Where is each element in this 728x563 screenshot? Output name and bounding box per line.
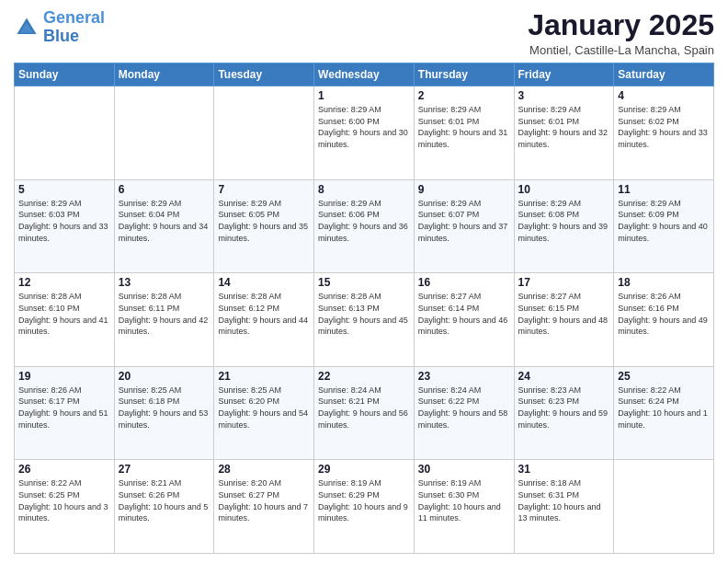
calendar-day-cell: 14Sunrise: 8:28 AM Sunset: 6:12 PM Dayli…	[214, 273, 314, 367]
calendar-day-cell: 13Sunrise: 8:28 AM Sunset: 6:11 PM Dayli…	[114, 273, 214, 367]
day-number: 20	[119, 370, 210, 383]
day-info: Sunrise: 8:29 AM Sunset: 6:01 PM Dayligh…	[518, 104, 610, 150]
day-number: 19	[18, 370, 110, 383]
day-number: 31	[518, 463, 610, 476]
day-number: 7	[218, 183, 310, 196]
calendar-week-row: 26Sunrise: 8:22 AM Sunset: 6:25 PM Dayli…	[15, 460, 714, 554]
day-number: 25	[618, 370, 710, 383]
calendar-day-cell: 31Sunrise: 8:18 AM Sunset: 6:31 PM Dayli…	[514, 460, 614, 554]
calendar-day-cell	[214, 86, 314, 180]
day-number: 12	[18, 276, 110, 289]
day-number: 3	[518, 89, 610, 102]
day-info: Sunrise: 8:28 AM Sunset: 6:10 PM Dayligh…	[18, 291, 110, 337]
calendar-day-cell: 23Sunrise: 8:24 AM Sunset: 6:22 PM Dayli…	[414, 366, 514, 460]
day-info: Sunrise: 8:29 AM Sunset: 6:03 PM Dayligh…	[18, 198, 110, 244]
day-info: Sunrise: 8:29 AM Sunset: 6:05 PM Dayligh…	[218, 198, 310, 244]
calendar-day-cell: 4Sunrise: 8:29 AM Sunset: 6:02 PM Daylig…	[614, 86, 714, 180]
day-info: Sunrise: 8:25 AM Sunset: 6:20 PM Dayligh…	[218, 385, 310, 431]
calendar-day-cell: 16Sunrise: 8:27 AM Sunset: 6:14 PM Dayli…	[414, 273, 514, 367]
day-info: Sunrise: 8:28 AM Sunset: 6:11 PM Dayligh…	[119, 291, 210, 337]
calendar-day-cell: 30Sunrise: 8:19 AM Sunset: 6:30 PM Dayli…	[414, 460, 514, 554]
day-info: Sunrise: 8:24 AM Sunset: 6:21 PM Dayligh…	[318, 385, 410, 431]
day-info: Sunrise: 8:19 AM Sunset: 6:29 PM Dayligh…	[318, 477, 410, 523]
day-info: Sunrise: 8:29 AM Sunset: 6:00 PM Dayligh…	[318, 104, 410, 150]
calendar-day-cell: 8Sunrise: 8:29 AM Sunset: 6:06 PM Daylig…	[314, 179, 415, 273]
calendar-day-cell	[114, 86, 214, 180]
day-number: 18	[618, 276, 710, 289]
day-info: Sunrise: 8:29 AM Sunset: 6:02 PM Dayligh…	[618, 104, 710, 150]
day-number: 11	[618, 183, 710, 196]
calendar-week-row: 19Sunrise: 8:26 AM Sunset: 6:17 PM Dayli…	[15, 366, 714, 460]
day-info: Sunrise: 8:28 AM Sunset: 6:12 PM Dayligh…	[218, 291, 310, 337]
calendar-day-cell	[614, 460, 714, 554]
day-number: 2	[418, 89, 510, 102]
day-number: 15	[318, 276, 410, 289]
calendar-day-cell: 2Sunrise: 8:29 AM Sunset: 6:01 PM Daylig…	[414, 86, 514, 180]
logo: General Blue	[14, 9, 105, 46]
day-number: 26	[18, 463, 110, 476]
day-info: Sunrise: 8:29 AM Sunset: 6:09 PM Dayligh…	[618, 198, 710, 244]
day-number: 10	[518, 183, 610, 196]
day-of-week-header: Thursday	[414, 63, 514, 86]
day-info: Sunrise: 8:26 AM Sunset: 6:16 PM Dayligh…	[618, 291, 710, 337]
calendar-day-cell: 18Sunrise: 8:26 AM Sunset: 6:16 PM Dayli…	[614, 273, 714, 367]
calendar-day-cell: 11Sunrise: 8:29 AM Sunset: 6:09 PM Dayli…	[614, 179, 714, 273]
calendar-day-cell: 9Sunrise: 8:29 AM Sunset: 6:07 PM Daylig…	[414, 179, 514, 273]
calendar-week-row: 5Sunrise: 8:29 AM Sunset: 6:03 PM Daylig…	[15, 179, 714, 273]
day-info: Sunrise: 8:22 AM Sunset: 6:25 PM Dayligh…	[18, 477, 110, 523]
day-number: 4	[618, 89, 710, 102]
day-info: Sunrise: 8:29 AM Sunset: 6:04 PM Dayligh…	[119, 198, 210, 244]
day-number: 17	[518, 276, 610, 289]
calendar-week-row: 12Sunrise: 8:28 AM Sunset: 6:10 PM Dayli…	[15, 273, 714, 367]
calendar-day-cell: 17Sunrise: 8:27 AM Sunset: 6:15 PM Dayli…	[514, 273, 614, 367]
day-info: Sunrise: 8:27 AM Sunset: 6:15 PM Dayligh…	[518, 291, 610, 337]
day-of-week-header: Wednesday	[314, 63, 415, 86]
day-number: 8	[318, 183, 410, 196]
day-number: 28	[218, 463, 310, 476]
calendar-day-cell: 12Sunrise: 8:28 AM Sunset: 6:10 PM Dayli…	[15, 273, 115, 367]
logo-general: General	[43, 8, 105, 27]
day-number: 29	[318, 463, 410, 476]
calendar-table: SundayMondayTuesdayWednesdayThursdayFrid…	[14, 63, 714, 554]
calendar-day-cell: 24Sunrise: 8:23 AM Sunset: 6:23 PM Dayli…	[514, 366, 614, 460]
day-info: Sunrise: 8:21 AM Sunset: 6:26 PM Dayligh…	[119, 477, 210, 523]
day-info: Sunrise: 8:23 AM Sunset: 6:23 PM Dayligh…	[518, 385, 610, 431]
day-info: Sunrise: 8:28 AM Sunset: 6:13 PM Dayligh…	[318, 291, 410, 337]
day-of-week-header: Monday	[114, 63, 214, 86]
calendar-day-cell: 29Sunrise: 8:19 AM Sunset: 6:29 PM Dayli…	[314, 460, 415, 554]
calendar-day-cell: 7Sunrise: 8:29 AM Sunset: 6:05 PM Daylig…	[214, 179, 314, 273]
calendar-week-row: 1Sunrise: 8:29 AM Sunset: 6:00 PM Daylig…	[15, 86, 714, 180]
day-number: 1	[318, 89, 410, 102]
calendar-day-cell: 28Sunrise: 8:20 AM Sunset: 6:27 PM Dayli…	[214, 460, 314, 554]
calendar-day-cell: 25Sunrise: 8:22 AM Sunset: 6:24 PM Dayli…	[614, 366, 714, 460]
day-number: 22	[318, 370, 410, 383]
day-number: 30	[418, 463, 510, 476]
day-of-week-header: Friday	[514, 63, 614, 86]
month-title: January 2025	[528, 9, 714, 41]
calendar-day-cell: 19Sunrise: 8:26 AM Sunset: 6:17 PM Dayli…	[15, 366, 115, 460]
day-info: Sunrise: 8:29 AM Sunset: 6:06 PM Dayligh…	[318, 198, 410, 244]
day-number: 5	[18, 183, 110, 196]
title-area: January 2025 Montiel, Castille-La Mancha…	[528, 9, 714, 57]
calendar-day-cell: 26Sunrise: 8:22 AM Sunset: 6:25 PM Dayli…	[15, 460, 115, 554]
day-number: 23	[418, 370, 510, 383]
logo-blue: Blue	[43, 27, 79, 45]
day-info: Sunrise: 8:25 AM Sunset: 6:18 PM Dayligh…	[119, 385, 210, 431]
calendar-day-cell: 27Sunrise: 8:21 AM Sunset: 6:26 PM Dayli…	[114, 460, 214, 554]
day-info: Sunrise: 8:29 AM Sunset: 6:01 PM Dayligh…	[418, 104, 510, 150]
calendar-day-cell: 15Sunrise: 8:28 AM Sunset: 6:13 PM Dayli…	[314, 273, 415, 367]
calendar-day-cell	[15, 86, 115, 180]
logo-text: General Blue	[43, 9, 105, 46]
day-number: 27	[119, 463, 210, 476]
day-number: 24	[518, 370, 610, 383]
location: Montiel, Castille-La Mancha, Spain	[528, 43, 714, 57]
day-of-week-header: Sunday	[15, 63, 115, 86]
day-info: Sunrise: 8:29 AM Sunset: 6:07 PM Dayligh…	[418, 198, 510, 244]
logo-icon	[14, 15, 40, 40]
calendar-day-cell: 3Sunrise: 8:29 AM Sunset: 6:01 PM Daylig…	[514, 86, 614, 180]
day-info: Sunrise: 8:24 AM Sunset: 6:22 PM Dayligh…	[418, 385, 510, 431]
day-info: Sunrise: 8:18 AM Sunset: 6:31 PM Dayligh…	[518, 477, 610, 523]
calendar-header-row: SundayMondayTuesdayWednesdayThursdayFrid…	[15, 63, 714, 86]
day-of-week-header: Saturday	[614, 63, 714, 86]
calendar-day-cell: 20Sunrise: 8:25 AM Sunset: 6:18 PM Dayli…	[114, 366, 214, 460]
